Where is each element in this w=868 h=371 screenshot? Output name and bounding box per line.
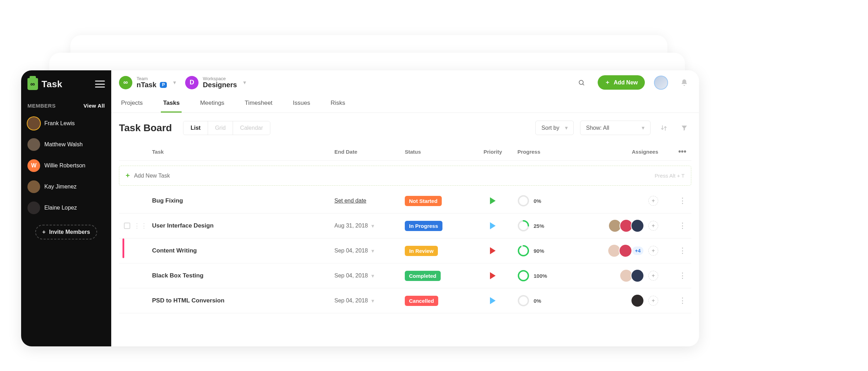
chevron-down-icon[interactable]: ▾	[173, 79, 176, 86]
sidebar-toggle-icon[interactable]	[95, 81, 105, 88]
task-name: User Interface Design	[152, 222, 334, 229]
priority-flag-icon[interactable]	[490, 297, 496, 304]
sidebar-member[interactable]: Elaine Lopez	[27, 197, 105, 218]
row-checkbox[interactable]	[124, 223, 130, 229]
chevron-down-icon[interactable]: ▾	[371, 223, 374, 229]
sort-by-label: Sort by	[541, 125, 559, 131]
swap-view-button[interactable]	[657, 121, 671, 135]
table-row[interactable]: Bug FixingSet end dateNot Started 0%+⋮	[119, 188, 691, 213]
tab-risks[interactable]: Risks	[328, 95, 347, 113]
sort-by-dropdown[interactable]: Sort by ▾	[535, 121, 574, 135]
row-more-button[interactable]: ⋮	[658, 221, 686, 230]
assignees-cell: +	[581, 270, 658, 282]
table-row[interactable]: ⋮⋮User Interface DesignAug 31, 2018 ▾In …	[119, 213, 691, 238]
end-date-value[interactable]: Aug 31, 2018 ▾	[334, 223, 405, 229]
show-value: All	[603, 125, 609, 131]
add-new-button[interactable]: ＋ Add New	[598, 75, 645, 90]
assignee-avatar[interactable]	[619, 245, 631, 257]
progress-cell: 100%	[517, 270, 581, 282]
assignee-avatar[interactable]	[631, 270, 643, 282]
add-assignee-button[interactable]: +	[648, 271, 658, 281]
add-new-task-row[interactable]: + Add New Task Press Alt + T	[119, 166, 691, 186]
member-name: Matthew Walsh	[44, 141, 83, 148]
chevron-down-icon[interactable]: ▾	[371, 248, 374, 254]
progress-value: 0%	[534, 298, 541, 304]
current-user-avatar[interactable]	[654, 76, 668, 90]
priority-flag-icon[interactable]	[490, 222, 496, 229]
tab-tasks[interactable]: Tasks	[161, 95, 182, 113]
plan-chip: P	[160, 82, 167, 88]
workspace-selector[interactable]: D Workspace Designers ▾	[185, 76, 246, 89]
sidebar-member[interactable]: WWillie Robertson	[27, 155, 105, 176]
row-more-button[interactable]: ⋮	[658, 296, 686, 305]
progress-cell: 0%	[517, 195, 581, 207]
view-all-link[interactable]: View All	[83, 103, 105, 109]
team-selector[interactable]: ∞ Team nTask P ▾	[119, 76, 176, 89]
tab-meetings[interactable]: Meetings	[198, 95, 226, 113]
priority-flag-icon[interactable]	[490, 247, 496, 254]
team-label: Team	[137, 76, 167, 81]
status-pill[interactable]: Not Started	[405, 196, 442, 206]
sidebar-member[interactable]: Matthew Walsh	[27, 134, 105, 155]
chevron-down-icon[interactable]: ▾	[243, 79, 246, 86]
search-button[interactable]	[574, 76, 589, 90]
end-date-value[interactable]: Sep 04, 2018 ▾	[334, 298, 405, 304]
status-pill[interactable]: In Review	[405, 246, 438, 256]
end-date-value[interactable]: Sep 04, 2018 ▾	[334, 273, 405, 279]
invite-members-button[interactable]: + Invite Members	[35, 225, 97, 239]
chevron-down-icon[interactable]: ▾	[371, 273, 374, 279]
priority-flag-icon[interactable]	[490, 197, 496, 204]
assignee-avatar[interactable]	[609, 220, 621, 232]
filter-button[interactable]	[677, 121, 691, 135]
status-pill[interactable]: Completed	[405, 271, 441, 281]
view-mode-list[interactable]: List	[183, 121, 208, 135]
app-window: Task MEMBERS View All Frank LewisMatthew…	[21, 70, 699, 346]
member-name: Frank Lewis	[44, 120, 75, 127]
assignee-avatar[interactable]	[620, 220, 632, 232]
chevron-down-icon: ▾	[642, 124, 644, 131]
show-filter-dropdown[interactable]: Show: All ▾	[580, 121, 650, 135]
status-pill[interactable]: Cancelled	[405, 296, 438, 306]
view-mode-grid[interactable]: Grid	[208, 121, 233, 135]
assignees-cell: +	[581, 220, 658, 232]
assignee-avatar[interactable]	[620, 270, 632, 282]
task-name: Bug Fixing	[152, 197, 334, 204]
status-pill[interactable]: In Progress	[405, 221, 442, 231]
sidebar-member[interactable]: Frank Lewis	[27, 113, 105, 134]
col-progress: Progress	[517, 149, 581, 155]
table-row[interactable]: PSD to HTML ConversionSep 04, 2018 ▾Canc…	[119, 288, 691, 313]
top-bar: ∞ Team nTask P ▾ D Workspace Designers	[111, 70, 699, 95]
drag-handle-icon[interactable]: ⋮⋮	[134, 222, 148, 230]
row-more-button[interactable]: ⋮	[658, 196, 686, 205]
assignee-avatar[interactable]	[631, 295, 643, 307]
assignee-avatar[interactable]	[608, 245, 620, 257]
view-mode-calendar[interactable]: Calendar	[233, 121, 270, 135]
set-end-date-link[interactable]: Set end date	[334, 198, 405, 204]
svg-point-9	[518, 271, 528, 281]
tab-projects[interactable]: Projects	[119, 95, 145, 113]
assignee-overflow[interactable]: +4	[632, 247, 643, 255]
table-row[interactable]: Black Box TestingSep 04, 2018 ▾Completed…	[119, 263, 691, 288]
tab-timesheet[interactable]: Timesheet	[243, 95, 275, 113]
task-name: PSD to HTML Conversion	[152, 297, 334, 304]
member-name: Elaine Lopez	[44, 205, 77, 211]
end-date-value[interactable]: Sep 04, 2018 ▾	[334, 248, 405, 254]
add-assignee-button[interactable]: +	[648, 296, 658, 306]
sidebar-member[interactable]: Kay Jimenez	[27, 176, 105, 197]
add-assignee-button[interactable]: +	[648, 221, 658, 231]
view-mode-toggle: List Grid Calendar	[183, 121, 270, 135]
members-heading: MEMBERS	[27, 103, 56, 109]
add-assignee-button[interactable]: +	[648, 196, 658, 206]
row-more-button[interactable]: ⋮	[658, 246, 686, 255]
priority-flag-icon[interactable]	[490, 272, 496, 279]
columns-more-button[interactable]: •••	[658, 147, 686, 156]
notifications-button[interactable]	[677, 76, 691, 90]
table-row[interactable]: Content WritingSep 04, 2018 ▾In Review 9…	[119, 238, 691, 263]
chevron-down-icon[interactable]: ▾	[371, 298, 374, 304]
tab-issues[interactable]: Issues	[291, 95, 312, 113]
assignee-avatar[interactable]	[631, 220, 643, 232]
avatar	[27, 138, 40, 151]
row-more-button[interactable]: ⋮	[658, 271, 686, 280]
plus-icon: ＋	[605, 79, 610, 86]
add-assignee-button[interactable]: +	[648, 246, 658, 256]
